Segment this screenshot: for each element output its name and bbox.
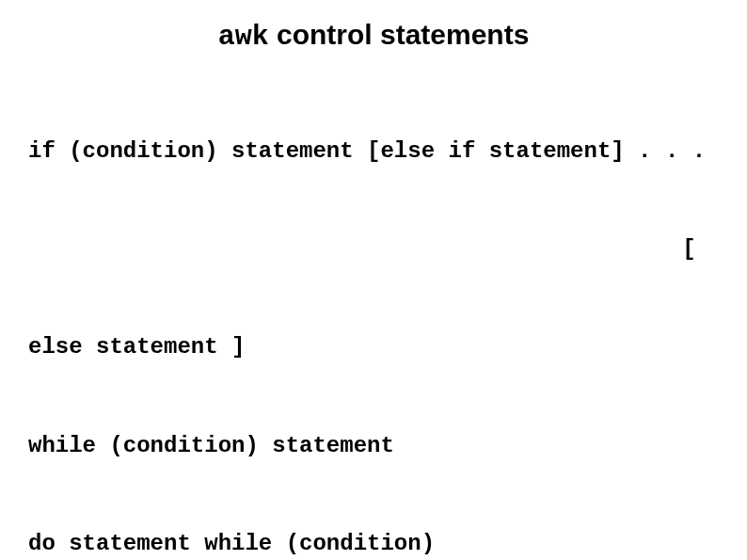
code-line: else statement ]: [28, 331, 719, 364]
code-line: [: [28, 233, 719, 266]
content-block: if (condition) statement [else if statem…: [28, 70, 719, 560]
page-title: awk control statements: [28, 19, 719, 53]
code-line: do statement while (condition): [28, 528, 719, 560]
code-line: while (condition) statement: [28, 430, 719, 463]
slide: awk control statements if (condition) st…: [0, 0, 747, 560]
title-sans: control statements: [269, 19, 530, 50]
code-line: if (condition) statement [else if statem…: [28, 136, 719, 168]
title-mono: awk: [218, 21, 269, 53]
